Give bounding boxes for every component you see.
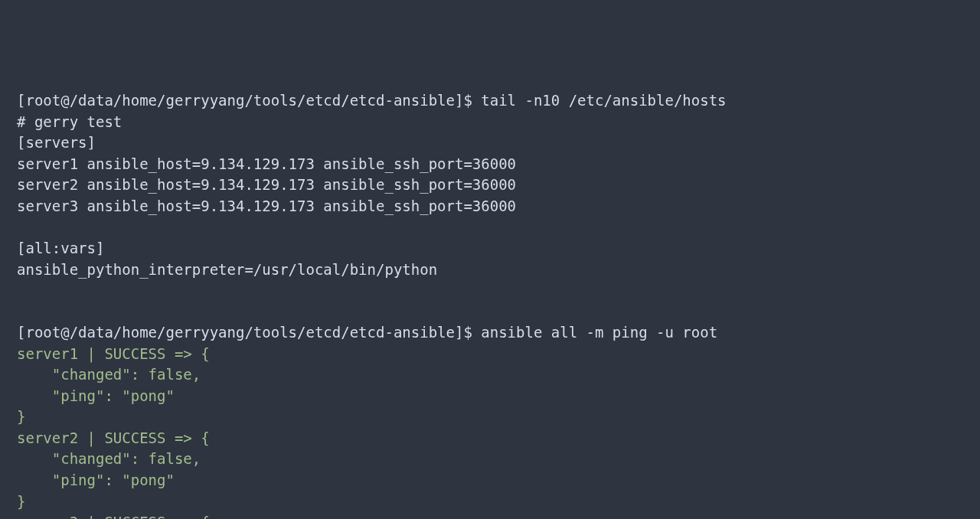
terminal-line xyxy=(17,302,980,323)
terminal-line: [servers] xyxy=(17,132,980,154)
terminal-line: "ping": "pong" xyxy=(17,386,980,407)
terminal-line: server3 ansible_host=9.134.129.173 ansib… xyxy=(17,196,980,217)
terminal-line: server1 | SUCCESS => { xyxy=(17,344,980,365)
terminal-line: [root@/data/home/gerryyang/tools/etcd/et… xyxy=(17,322,980,344)
terminal-line: } xyxy=(17,406,980,428)
terminal-line: server1 ansible_host=9.134.129.173 ansib… xyxy=(17,154,980,175)
terminal-line: server3 | SUCCESS => { xyxy=(17,512,980,519)
terminal-line xyxy=(17,217,980,238)
terminal-line: "changed": false, xyxy=(17,449,980,470)
terminal-line: [root@/data/home/gerryyang/tools/etcd/et… xyxy=(17,90,980,112)
terminal-line: server2 ansible_host=9.134.129.173 ansib… xyxy=(17,175,980,196)
terminal-line: "ping": "pong" xyxy=(17,470,980,491)
terminal-line: } xyxy=(17,491,980,513)
terminal-line: ansible_python_interpreter=/usr/local/bi… xyxy=(17,260,980,281)
terminal-line: [all:vars] xyxy=(17,238,980,260)
terminal-line: "changed": false, xyxy=(17,364,980,386)
terminal-output: [root@/data/home/gerryyang/tools/etcd/et… xyxy=(0,90,980,519)
terminal-line: server2 | SUCCESS => { xyxy=(17,428,980,449)
terminal-line: # gerry test xyxy=(17,112,980,133)
terminal-line xyxy=(17,280,980,302)
